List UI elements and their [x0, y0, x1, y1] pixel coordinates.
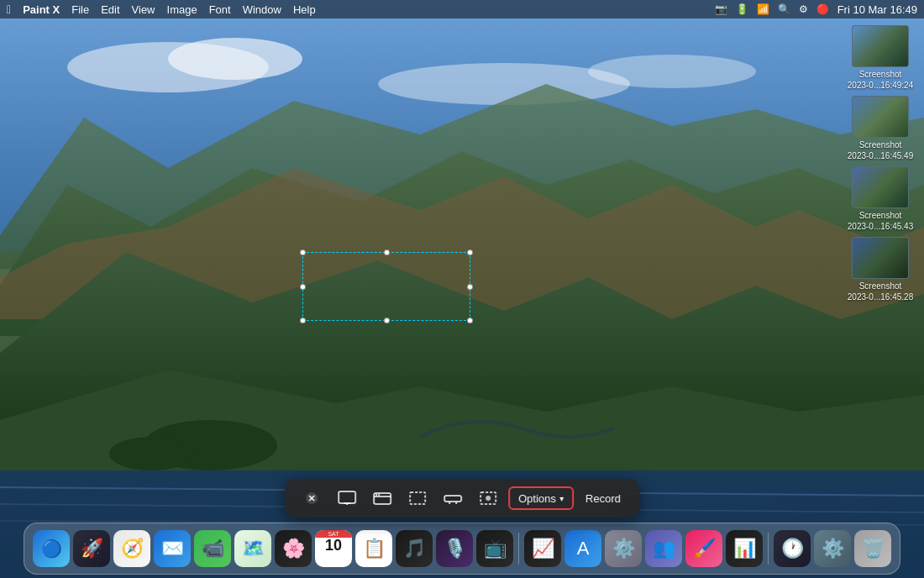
svg-rect-28: [444, 496, 461, 502]
dock-icon-systemprefs[interactable]: ⚙️: [605, 530, 642, 567]
menu-font[interactable]: Font: [209, 3, 231, 16]
menubar:  Paint X File Edit View Image Font Wind…: [0, 0, 924, 18]
menu-help[interactable]: Help: [293, 3, 316, 16]
screenshot-label-1: Screenshot 2023-0...16:45.49: [848, 139, 913, 161]
datetime-label: Fri 10 Mar 16:49: [837, 3, 917, 16]
close-button[interactable]: [297, 486, 327, 511]
search-icon[interactable]: 🔍: [778, 3, 790, 15]
dock-icon-mail[interactable]: ✉️: [154, 530, 191, 567]
options-button[interactable]: Options ▾: [508, 486, 574, 510]
dock-icon-finder[interactable]: 🔵: [33, 530, 70, 567]
dock-icon-music[interactable]: 🎵: [396, 530, 433, 567]
menu-edit[interactable]: Edit: [101, 3, 119, 16]
apple-menu[interactable]: : [7, 3, 11, 16]
screenshot-label-2: Screenshot 2023-0...16:45.43: [848, 210, 913, 232]
svg-rect-20: [339, 491, 355, 503]
dock: 🔵 🚀 🧭 ✉️ 📹 🗺️ 🌸 SAT 10: [24, 523, 900, 575]
battery-icon[interactable]: 🔋: [736, 3, 748, 15]
capture-touchbar-button[interactable]: [438, 486, 468, 511]
dock-icon-calendar[interactable]: SAT 10: [315, 530, 352, 567]
control-center-icon[interactable]: ⚙: [799, 3, 808, 15]
dock-separator-2: [768, 533, 769, 565]
desktop-icons-area: Screenshot 2023-0...16:49:24 Screenshot …: [847, 25, 914, 302]
svg-rect-27: [410, 492, 425, 504]
dock-icon-settings2[interactable]: ⚙️: [814, 530, 851, 567]
menu-file[interactable]: File: [71, 3, 89, 16]
svg-point-32: [486, 496, 491, 501]
app-name[interactable]: Paint X: [23, 3, 60, 16]
video-icon[interactable]: 📷: [715, 3, 727, 15]
dock-icon-launchpad[interactable]: 🚀: [73, 530, 110, 567]
dock-icon-clock[interactable]: 🕐: [774, 530, 811, 567]
dock-icon-stocks[interactable]: 📈: [524, 530, 561, 567]
screenshot-thumb-1: [852, 96, 909, 138]
screenshot-thumb-0: [852, 25, 909, 67]
dock-separator-1: [518, 533, 519, 565]
svg-point-2: [168, 38, 302, 80]
capture-screen-button[interactable]: [332, 486, 362, 511]
dock-icon-appstore[interactable]: A: [564, 530, 601, 567]
options-chevron-icon: ▾: [559, 494, 564, 503]
menubar-right: 📷 🔋 📶 🔍 ⚙ 🔴 Fri 10 Mar 16:49: [715, 3, 917, 16]
screenshot-thumb-3: [852, 237, 909, 279]
dock-icon-paintx[interactable]: 🖌️: [685, 530, 722, 567]
desktop-icon-2[interactable]: Screenshot 2023-0...16:45.43: [847, 166, 914, 232]
record-button[interactable]: Record: [579, 486, 627, 510]
screenshot-toolbar: Options ▾ Record: [285, 479, 639, 518]
menu-view[interactable]: View: [132, 3, 155, 16]
menu-image[interactable]: Image: [167, 3, 197, 16]
svg-point-16: [109, 437, 193, 470]
desktop-icon-0[interactable]: Screenshot 2023-0...16:49:24: [847, 25, 914, 91]
screenshot-label-3: Screenshot 2023-0...16:45.28: [848, 281, 913, 302]
dock-icon-podcasts[interactable]: 🎙️: [436, 530, 473, 567]
screenshot-thumb-2: [852, 166, 909, 208]
dock-icon-maps[interactable]: 🗺️: [234, 530, 271, 567]
dock-icon-safari[interactable]: 🧭: [113, 530, 150, 567]
svg-point-25: [375, 494, 377, 496]
dock-icon-trash[interactable]: 🗑️: [854, 530, 891, 567]
menubar-left:  Paint X File Edit View Image Font Wind…: [7, 3, 316, 16]
capture-custom-button[interactable]: [473, 486, 503, 511]
capture-portion-button[interactable]: [402, 486, 433, 511]
desktop-icon-3[interactable]: Screenshot 2023-0...16:45.28: [847, 237, 914, 302]
dock-icon-facetime[interactable]: 📹: [194, 530, 231, 567]
svg-point-4: [588, 55, 756, 88]
dock-icon-photos[interactable]: 🌸: [275, 530, 312, 567]
wifi-icon[interactable]: 📶: [757, 3, 769, 15]
siri-icon[interactable]: 🔴: [816, 3, 829, 15]
menu-window[interactable]: Window: [243, 3, 281, 16]
dock-icon-tv[interactable]: 📺: [476, 530, 513, 567]
dock-icon-activity[interactable]: 📊: [726, 530, 763, 567]
desktop-icon-1[interactable]: Screenshot 2023-0...16:45.49: [847, 96, 914, 161]
screenshot-label-0: Screenshot 2023-0...16:49:24: [848, 69, 913, 91]
options-label: Options: [518, 492, 556, 505]
svg-point-26: [378, 494, 380, 496]
capture-window-button[interactable]: [367, 486, 397, 511]
dock-icon-reminders[interactable]: 📋: [355, 530, 392, 567]
dock-icon-teams[interactable]: 👥: [645, 530, 682, 567]
